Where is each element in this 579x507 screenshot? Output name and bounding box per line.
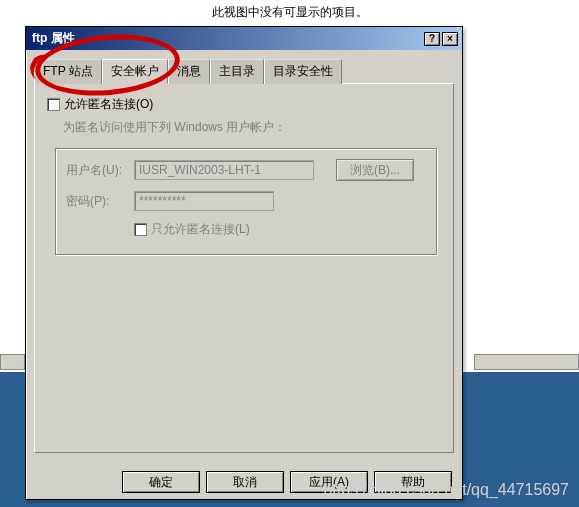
- allow-anonymous-label: 允许匿名连接(O): [64, 96, 153, 113]
- cancel-button[interactable]: 取消: [206, 471, 284, 493]
- watermark-text: https://blog.csdn.net/qq_44715697: [323, 481, 569, 499]
- help-button[interactable]: ?: [424, 32, 440, 46]
- anon-account-description: 为匿名访问使用下列 Windows 用户帐户：: [63, 119, 441, 136]
- properties-dialog: ftp 属性 ? × FTP 站点 安全帐户 消息 主目录 目录安全性 允许匿名…: [25, 26, 463, 500]
- ok-button[interactable]: 确定: [122, 471, 200, 493]
- username-label: 用户名(U):: [66, 162, 128, 179]
- tab-security-account[interactable]: 安全帐户: [102, 59, 168, 84]
- tab-messages[interactable]: 消息: [168, 59, 210, 84]
- password-field[interactable]: **********: [134, 191, 274, 211]
- dialog-title: ftp 属性: [30, 30, 75, 47]
- tab-directory-security[interactable]: 目录安全性: [264, 59, 342, 84]
- password-label: 密码(P):: [66, 193, 128, 210]
- tab-strip: FTP 站点 安全帐户 消息 主目录 目录安全性: [34, 58, 454, 83]
- tab-home-directory[interactable]: 主目录: [210, 59, 264, 84]
- browse-button[interactable]: 浏览(B)...: [336, 159, 414, 181]
- close-button[interactable]: ×: [442, 32, 458, 46]
- taskbar-fragment-right: [474, 354, 579, 370]
- credentials-group: 用户名(U): IUSR_WIN2003-LHT-1 浏览(B)... 密码(P…: [55, 148, 437, 255]
- dialog-titlebar[interactable]: ftp 属性 ? ×: [26, 27, 462, 50]
- only-anonymous-label: 只允许匿名连接(L): [151, 221, 250, 238]
- only-anonymous-checkbox[interactable]: [134, 223, 147, 236]
- tab-panel-security: 允许匿名连接(O) 为匿名访问使用下列 Windows 用户帐户： 用户名(U)…: [34, 83, 454, 453]
- tab-ftp-site[interactable]: FTP 站点: [34, 59, 102, 84]
- empty-view-message: 此视图中没有可显示的项目。: [0, 0, 579, 25]
- username-field[interactable]: IUSR_WIN2003-LHT-1: [134, 160, 314, 180]
- allow-anonymous-checkbox[interactable]: [47, 98, 60, 111]
- taskbar-fragment-left: [0, 354, 25, 370]
